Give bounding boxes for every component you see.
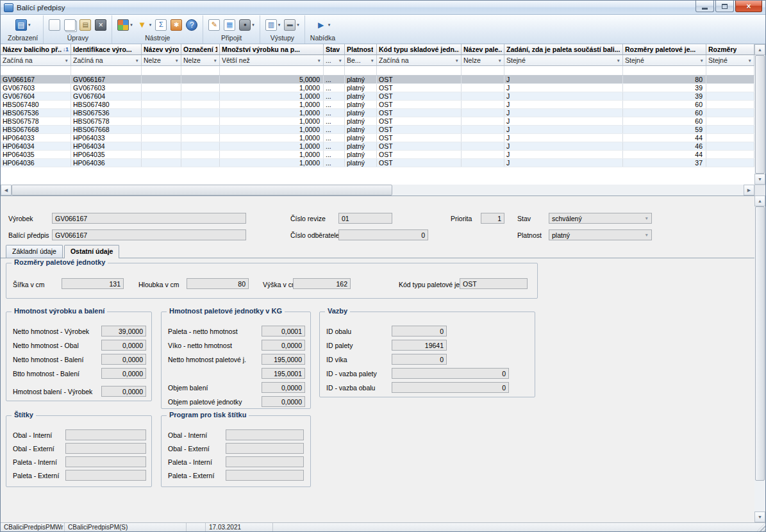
- program-obal-interni-field[interactable]: [226, 429, 304, 440]
- summary-icon[interactable]: Σ: [155, 19, 167, 31]
- filter-operator-dropdown[interactable]: Nelze▼: [181, 55, 220, 66]
- filter-operator-dropdown[interactable]: Nelze▼: [142, 55, 181, 66]
- program-paleta-externi-field[interactable]: [226, 470, 304, 481]
- cislo-revize-field[interactable]: 01: [338, 213, 392, 224]
- tab-zakladni-udaje[interactable]: Základní údaje: [6, 245, 63, 258]
- column-header[interactable]: Označení 1: [181, 44, 220, 55]
- table-row[interactable]: GV067603GV0676031,0000...platnýOSTJ39: [1, 84, 754, 92]
- column-header[interactable]: Množství výrobku na p...: [220, 44, 324, 55]
- filter-input[interactable]: [71, 66, 142, 75]
- id-vika-field[interactable]: 0: [392, 354, 447, 365]
- scroll-down-button[interactable]: ▼: [754, 511, 765, 522]
- tab-ostatni-udaje[interactable]: Ostatní údaje: [64, 245, 120, 258]
- copy-icon[interactable]: [64, 19, 76, 31]
- filter-input[interactable]: [1, 66, 71, 75]
- vyrobek-field[interactable]: GV066167: [52, 213, 246, 224]
- stav-select[interactable]: schválený ▼: [549, 213, 652, 224]
- stitky-obal-interni-field[interactable]: [65, 429, 146, 440]
- filter-input[interactable]: [377, 66, 462, 75]
- scroll-up-button[interactable]: ▲: [754, 44, 765, 55]
- id-vazba-obalu-field[interactable]: 0: [392, 382, 509, 393]
- stitky-obal-externi-field[interactable]: [65, 443, 146, 454]
- column-header[interactable]: Název výro...: [142, 44, 181, 55]
- table-row[interactable]: HBS067578HBS0675781,0000...platnýOSTJ60: [1, 117, 754, 126]
- filter-operator-dropdown[interactable]: Stejné▼: [623, 55, 706, 66]
- table-row[interactable]: HP064034HP0640341,0000...platnýOSTJ46: [1, 142, 754, 151]
- filter-input[interactable]: [706, 66, 754, 75]
- scroll-track[interactable]: [754, 206, 765, 511]
- table-row[interactable]: HP064035HP0640351,0000...platnýOSTJ44: [1, 151, 754, 159]
- column-header[interactable]: Platnost: [345, 44, 377, 55]
- scroll-track[interactable]: [754, 55, 765, 174]
- filter-input[interactable]: [345, 66, 377, 75]
- filter-input[interactable]: [623, 66, 706, 75]
- vyska-field[interactable]: 162: [293, 278, 351, 289]
- edit-note-icon[interactable]: ✎: [208, 19, 220, 31]
- tools-icon[interactable]: ✱: [171, 19, 182, 31]
- column-header[interactable]: Název pale...: [462, 44, 504, 55]
- scroll-thumb[interactable]: [755, 206, 765, 481]
- camera-icon[interactable]: ●▾: [239, 19, 254, 31]
- column-header[interactable]: Název baliciho př...↓1: [1, 44, 71, 55]
- filter-operator-dropdown[interactable]: Be...▼: [345, 55, 377, 66]
- id-vazba-palety-field[interactable]: 0: [392, 368, 509, 379]
- cislo-odberatele-field[interactable]: 0: [338, 229, 428, 240]
- table-row[interactable]: HP064036HP0640361,0000...platnýOSTJ37: [1, 159, 754, 167]
- id-obalu-field[interactable]: 0: [392, 326, 447, 337]
- btto-palety-field[interactable]: 195,0001: [262, 368, 305, 379]
- priorita-field[interactable]: 1: [481, 213, 504, 224]
- column-header[interactable]: Rozměry paletové je...: [623, 44, 706, 55]
- objem-baleni-field[interactable]: 0,0000: [262, 382, 305, 393]
- export-icon[interactable]: ▥▾: [265, 19, 281, 31]
- stitky-paleta-externi-field[interactable]: [65, 470, 146, 481]
- delete-icon[interactable]: ×: [95, 19, 106, 31]
- filter-operator-dropdown[interactable]: Začíná na▼: [71, 55, 142, 66]
- filter-input[interactable]: [504, 66, 623, 75]
- column-header[interactable]: Identifikace výro...: [71, 44, 142, 55]
- column-header[interactable]: Kód typu skladové jedn...: [377, 44, 462, 55]
- objem-palety-field[interactable]: 0,0000: [262, 396, 305, 407]
- scroll-thumb[interactable]: [12, 185, 392, 195]
- stitky-paleta-interni-field[interactable]: [65, 456, 146, 467]
- scroll-up-button[interactable]: ▲: [754, 195, 765, 206]
- paleta-netto-field[interactable]: 0,0001: [262, 326, 305, 337]
- filter-operator-dropdown[interactable]: Nelze▼: [462, 55, 504, 66]
- program-obal-externi-field[interactable]: [226, 443, 304, 454]
- sirka-field[interactable]: 131: [62, 278, 124, 289]
- balici-predpis-field[interactable]: GV066167: [52, 229, 246, 240]
- filter-operator-dropdown[interactable]: Začíná na▼: [377, 55, 462, 66]
- view-menu-icon[interactable]: ▤▾: [15, 19, 31, 31]
- table-row[interactable]: HBS067668HBS0676681,0000...platnýOSTJ59: [1, 126, 754, 134]
- new-record-icon[interactable]: [49, 19, 60, 31]
- filter-operator-dropdown[interactable]: ...▼: [324, 55, 345, 66]
- scroll-down-button[interactable]: ▼: [754, 174, 765, 185]
- help-icon[interactable]: ?: [186, 19, 197, 31]
- viko-netto-field[interactable]: 0,0000: [262, 340, 305, 351]
- netto-palety-field[interactable]: 195,0000: [262, 354, 305, 365]
- btto-baleni-field[interactable]: 0,0000: [101, 368, 146, 379]
- table-row[interactable]: HBS067480HBS0674801,0000...platnýOSTJ60: [1, 101, 754, 109]
- table-row[interactable]: GV066167GV0661675,0000...platnýOSTJ80: [1, 76, 754, 84]
- filter-input[interactable]: [181, 66, 220, 75]
- scroll-track[interactable]: [12, 185, 744, 195]
- kod-typu-field[interactable]: OST: [460, 278, 528, 289]
- minimize-button[interactable]: [695, 1, 714, 12]
- filter-input[interactable]: [324, 66, 345, 75]
- titlebar[interactable]: Balící předpisy ×: [1, 1, 765, 15]
- table-row[interactable]: HP064033HP0640331,0000...platnýOSTJ44: [1, 134, 754, 142]
- filter-input[interactable]: [220, 66, 324, 75]
- print-icon[interactable]: ▬▾: [284, 19, 299, 31]
- scroll-right-button[interactable]: ▶: [744, 185, 754, 195]
- filter-operator-dropdown[interactable]: Větší než▼: [220, 55, 324, 66]
- table-row[interactable]: GV067604GV0676041,0000...platnýOSTJ39: [1, 92, 754, 101]
- grid-vertical-scrollbar[interactable]: ▲ ▼: [754, 44, 765, 185]
- netto-baleni-field[interactable]: 0,0000: [101, 354, 146, 365]
- detail-vertical-scrollbar[interactable]: ▲ ▼: [754, 195, 765, 522]
- paste-icon[interactable]: ▤: [79, 19, 91, 31]
- column-header[interactable]: Zadání, zda je paleta součástí bali...: [504, 44, 623, 55]
- filter-input[interactable]: [142, 66, 181, 75]
- column-header[interactable]: Stav: [324, 44, 345, 55]
- netto-vyrobek-field[interactable]: 39,0000: [101, 326, 146, 337]
- hmotnost-baleni-vyrobek-field[interactable]: 0,0000: [101, 386, 146, 397]
- table-row[interactable]: HBS067536HBS0675361,0000...platnýOSTJ60: [1, 109, 754, 117]
